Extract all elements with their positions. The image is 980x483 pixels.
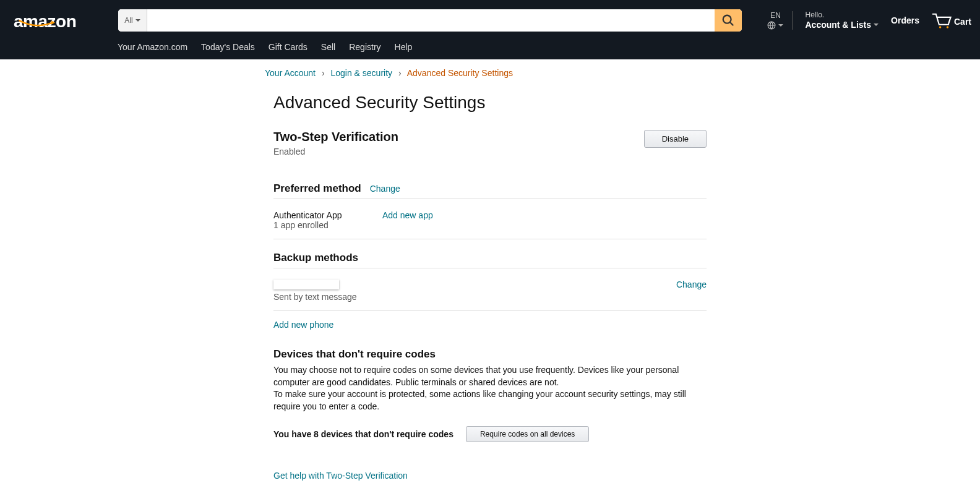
nav-right: EN Hello. Account & Lists — [755, 11, 971, 30]
greeting-text: Hello. — [805, 11, 879, 19]
nav-todays-deals[interactable]: Today's Deals — [201, 42, 255, 52]
nav-top: amazon All EN — [0, 0, 980, 37]
caret-down-icon — [874, 24, 879, 26]
preferred-method-sub: 1 app enrolled — [273, 220, 382, 230]
nav-your-amazon[interactable]: Your Amazon.com — [118, 42, 187, 52]
backup-methods-header: Backup methods — [273, 252, 707, 268]
svg-line-1 — [730, 22, 734, 26]
nav-help[interactable]: Help — [395, 42, 413, 52]
backup-sub: Sent by text message — [273, 292, 357, 302]
devices-paragraph-1: You may choose not to require codes on s… — [273, 364, 707, 388]
nav-sub: Your Amazon.com Today's Deals Gift Cards… — [0, 37, 980, 59]
nav-sell[interactable]: Sell — [321, 42, 335, 52]
preferred-method-header: Preferred method Change — [273, 182, 707, 199]
backup-change-link[interactable]: Change — [676, 280, 707, 302]
devices-count: You have 8 devices that don't require co… — [273, 429, 453, 439]
breadcrumb-separator: › — [398, 68, 402, 78]
logo-smile-icon — [19, 20, 62, 28]
help-link[interactable]: Get help with Two-Step Verification — [273, 471, 707, 481]
preferred-method-row: Authenticator App 1 app enrolled Add new… — [273, 205, 707, 239]
devices-heading: Devices that don't require codes — [273, 348, 707, 361]
add-new-app-link[interactable]: Add new app — [382, 210, 433, 230]
devices-paragraph-2: To make sure your account is protected, … — [273, 388, 707, 412]
preferred-change-link[interactable]: Change — [370, 184, 400, 194]
caret-down-icon — [135, 19, 140, 22]
breadcrumb-current: Advanced Security Settings — [407, 68, 513, 78]
account-label: Account & Lists — [805, 20, 871, 30]
add-new-phone-link[interactable]: Add new phone — [273, 320, 333, 330]
svg-point-3 — [939, 26, 941, 28]
preferred-heading: Preferred method — [273, 182, 361, 195]
cart-link[interactable]: Cart — [932, 12, 971, 29]
preferred-method-name: Authenticator App — [273, 210, 382, 220]
breadcrumb-separator: › — [322, 68, 325, 78]
breadcrumb-login-security[interactable]: Login & security — [330, 68, 392, 78]
require-codes-button[interactable]: Require codes on all devices — [466, 426, 589, 442]
tsv-status: Enabled — [273, 147, 398, 156]
disable-button[interactable]: Disable — [644, 130, 707, 148]
backup-method-row: Sent by text message Change — [273, 275, 707, 311]
language-selector[interactable]: EN — [767, 11, 793, 30]
devices-row: You have 8 devices that don't require co… — [273, 426, 707, 442]
navbar: amazon All EN — [0, 0, 980, 59]
globe-icon — [767, 21, 776, 30]
orders-link[interactable]: Orders — [891, 15, 919, 26]
tsv-heading: Two-Step Verification — [273, 130, 398, 144]
caret-down-icon — [778, 24, 783, 27]
breadcrumb-your-account[interactable]: Your Account — [265, 68, 316, 78]
backup-phone-redacted — [273, 280, 339, 289]
search-category-dropdown[interactable]: All — [118, 9, 147, 32]
nav-gift-cards[interactable]: Gift Cards — [269, 42, 307, 52]
tsv-section: Two-Step Verification Enabled Disable — [273, 130, 707, 173]
cart-icon — [932, 12, 953, 29]
backup-heading: Backup methods — [273, 252, 358, 264]
svg-point-4 — [947, 26, 948, 28]
amazon-logo[interactable]: amazon — [9, 9, 81, 32]
search-icon — [721, 14, 735, 27]
orders-label: Orders — [891, 15, 919, 26]
language-code: EN — [770, 11, 781, 20]
cart-label: Cart — [954, 17, 971, 29]
search-bar: All — [118, 9, 742, 32]
account-menu[interactable]: Hello. Account & Lists — [805, 11, 879, 30]
main-content: Your Account › Login & security › Advanc… — [267, 59, 713, 483]
search-category-label: All — [124, 16, 132, 25]
nav-registry[interactable]: Registry — [349, 42, 380, 52]
breadcrumb: Your Account › Login & security › Advanc… — [265, 68, 707, 78]
svg-point-0 — [723, 15, 731, 24]
search-button[interactable] — [715, 9, 742, 32]
page-title: Advanced Security Settings — [273, 93, 707, 113]
search-input[interactable] — [147, 9, 715, 32]
